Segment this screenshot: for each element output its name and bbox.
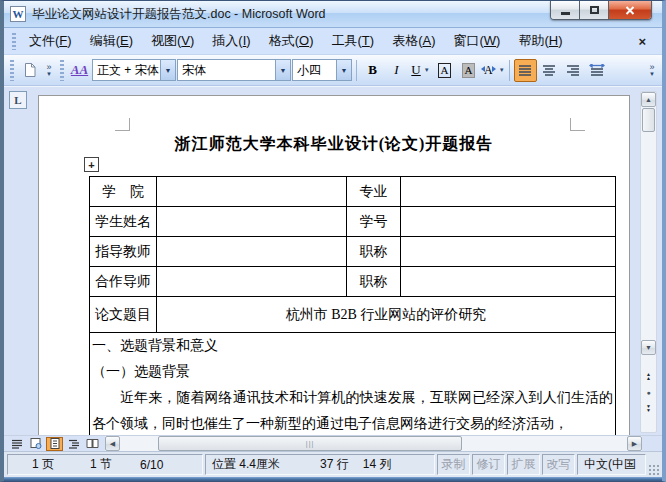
cell-topic-label[interactable]: 论文题目 [90, 297, 157, 333]
status-toggle-3[interactable]: 改写 [542, 454, 575, 475]
body-heading-1[interactable]: 一、选题背景和意义 [92, 333, 613, 359]
font-size-combobox[interactable]: 小四 ▼ [292, 59, 352, 81]
character-border-button[interactable]: A [433, 59, 456, 82]
cell-label-2[interactable]: 指导教师 [90, 237, 157, 267]
minimize-button[interactable] [551, 1, 580, 19]
scroll-down-icon[interactable]: ▼ [641, 340, 656, 355]
font-combobox[interactable]: 宋体 ▼ [177, 59, 291, 81]
select-browse-object-icon[interactable] [641, 384, 656, 400]
web-layout-icon [30, 438, 42, 449]
menu-drag-handle[interactable] [12, 33, 16, 50]
status-column: 14 列 [363, 456, 392, 473]
cell-value-1[interactable] [157, 207, 347, 237]
character-shading-button[interactable]: A [457, 59, 480, 82]
cell-label2-3[interactable]: 职称 [347, 267, 401, 297]
vertical-scrollbar-track[interactable] [641, 133, 656, 340]
close-button[interactable] [609, 1, 651, 19]
menu-item-file[interactable]: 文件(F) [20, 30, 81, 52]
resize-grip-icon[interactable] [648, 464, 659, 475]
vertical-scrollbar-thumb[interactable] [642, 108, 655, 132]
menu-item-view[interactable]: 视图(V) [142, 30, 203, 52]
underline-button[interactable]: U ▼ [409, 59, 432, 82]
status-toggle-1[interactable]: 修订 [472, 454, 505, 475]
previous-page-icon[interactable] [641, 368, 656, 384]
body-heading-2[interactable]: （一）选题背景 [92, 359, 613, 385]
style-combobox[interactable]: 正文 + 宋体 ▼ [92, 59, 176, 81]
status-section: 1 节 [90, 456, 112, 473]
menu-item-edit[interactable]: 编辑(E) [81, 30, 142, 52]
distribute-button[interactable] [586, 59, 609, 82]
align-right-button[interactable] [562, 59, 585, 82]
scroll-up-icon[interactable]: ▲ [641, 92, 656, 107]
menu-item-insert[interactable]: 插入(I) [203, 30, 259, 52]
cell-label-1[interactable]: 学生姓名 [90, 207, 157, 237]
normal-view-button[interactable] [8, 437, 25, 451]
scroll-right-icon[interactable]: ▶ [627, 436, 642, 451]
document-page[interactable]: 浙江师范大学本科毕业设计(论文)开题报告 学 院专业学生姓名学号指导教师职称合作… [38, 95, 630, 435]
style-dropdown-arrow-icon[interactable]: ▼ [160, 60, 175, 80]
toolbar-options-chevron[interactable]: »▼ [42, 57, 56, 84]
status-page: 1 页 [32, 456, 54, 473]
cell-value2-3[interactable] [401, 267, 616, 297]
cell-body-text[interactable]: 一、选题背景和意义（一）选题背景近年来，随着网络通讯技术和计算机的快速发展，互联… [90, 333, 616, 436]
scroll-left-icon[interactable]: ◀ [105, 436, 120, 451]
new-document-button[interactable] [18, 59, 41, 82]
toolbar-drag-handle[interactable] [10, 60, 14, 81]
menu-item-table[interactable]: 表格(A) [383, 30, 444, 52]
document-area: L 浙江师范大学本科毕业设计(论文)开题报告 学 院专业学生姓名学号指导教师职称… [4, 86, 662, 435]
web-layout-view-button[interactable] [27, 437, 44, 451]
status-page-of-total: 6/10 [140, 458, 163, 472]
character-scaling-button[interactable]: A ▼ [481, 59, 505, 82]
status-language[interactable]: 中文(中国 [577, 454, 646, 475]
center-button[interactable] [538, 59, 561, 82]
print-layout-view-button[interactable] [46, 437, 63, 451]
styles-and-formatting-button[interactable]: AA [68, 59, 91, 82]
outline-view-button[interactable] [65, 437, 82, 451]
horizontal-scrollbar-track[interactable] [120, 436, 627, 451]
font-size-dropdown-arrow-icon[interactable]: ▼ [336, 60, 351, 80]
cell-value-3[interactable] [157, 267, 347, 297]
cell-label2-1[interactable]: 学号 [347, 207, 401, 237]
character-scaling-dropdown-arrow-icon[interactable]: ▼ [499, 67, 505, 73]
underline-dropdown-arrow-icon[interactable]: ▼ [424, 67, 430, 73]
tab-stop-selector[interactable]: L [9, 91, 27, 109]
window-bottom-edge [4, 477, 662, 481]
bold-button[interactable]: B [361, 59, 384, 82]
cell-label2-2[interactable]: 职称 [347, 237, 401, 267]
align-right-icon [566, 64, 580, 76]
status-toggle-2[interactable]: 扩展 [507, 454, 540, 475]
menu-item-window[interactable]: 窗口(W) [444, 30, 509, 52]
justify-button[interactable] [514, 59, 537, 82]
cell-label2-0[interactable]: 专业 [347, 177, 401, 207]
toolbar-options-chevron-2[interactable]: »▼ [645, 57, 659, 84]
cell-value-0[interactable] [157, 177, 347, 207]
cell-label-0[interactable]: 学 院 [90, 177, 157, 207]
cell-label-3[interactable]: 合作导师 [90, 267, 157, 297]
menu-item-help[interactable]: 帮助(H) [509, 30, 571, 52]
cell-value2-2[interactable] [401, 237, 616, 267]
cell-topic-value[interactable]: 杭州市 B2B 行业网站的评价研究 [157, 297, 616, 333]
horizontal-scrollbar-thumb[interactable] [158, 436, 462, 451]
menu-item-tools[interactable]: 工具(T) [322, 30, 383, 52]
vertical-scrollbar[interactable]: ▲ ▼ [640, 91, 657, 433]
toolbar-drag-handle-2[interactable] [60, 60, 64, 81]
restore-button[interactable] [580, 1, 609, 19]
font-dropdown-arrow-icon[interactable]: ▼ [275, 60, 290, 80]
cell-value2-0[interactable] [401, 177, 616, 207]
cell-value2-1[interactable] [401, 207, 616, 237]
table-move-handle-icon[interactable] [84, 157, 99, 172]
close-document-icon[interactable]: × [626, 34, 658, 49]
menu-item-format[interactable]: 格式(O) [260, 30, 323, 52]
reading-layout-icon [86, 438, 99, 449]
document-title[interactable]: 浙江师范大学本科毕业设计(论文)开题报告 [39, 134, 629, 155]
italic-button[interactable]: I [385, 59, 408, 82]
status-toggle-0[interactable]: 录制 [437, 454, 470, 475]
window-title: 毕业论文网站设计开题报告范文.doc - Microsoft Word [32, 6, 326, 23]
new-document-icon [23, 62, 37, 78]
cell-value-2[interactable] [157, 237, 347, 267]
next-page-icon[interactable] [641, 400, 656, 416]
outline-view-icon [68, 439, 80, 449]
body-paragraph[interactable]: 近年来，随着网络通讯技术和计算机的快速发展，互联网已经深入到人们生活的各个领域，… [92, 385, 613, 435]
status-line: 37 行 [320, 456, 349, 473]
reading-layout-view-button[interactable] [84, 437, 101, 451]
